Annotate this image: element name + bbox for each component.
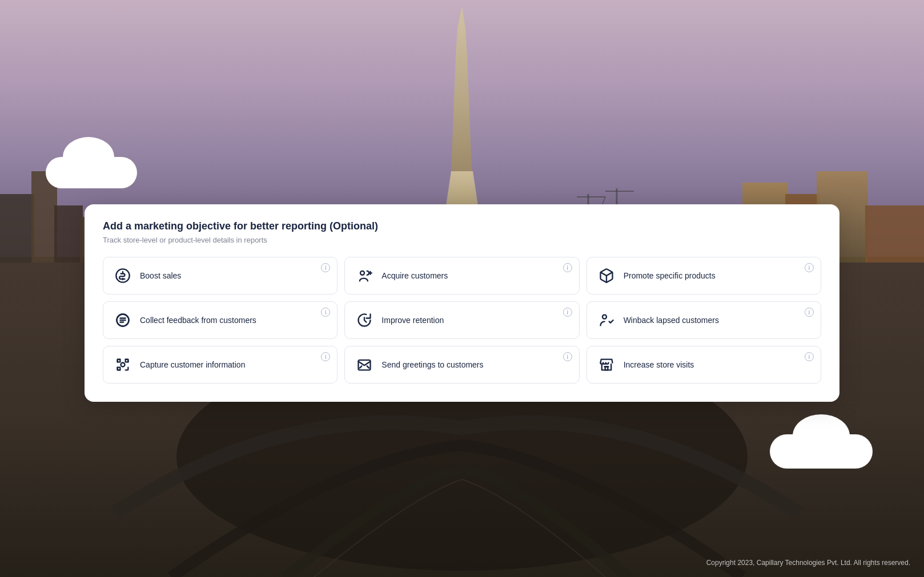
option-label-improve-retention: Improve retention [381,316,569,325]
option-improve-retention[interactable]: Improve retention i [344,301,579,339]
svg-rect-11 [54,205,83,263]
option-label-winback-customers: Winback lapsed customers [624,316,811,325]
info-icon-winback-customers[interactable]: i [805,308,814,317]
option-label-capture-info: Capture customer information [140,360,328,369]
info-icon-acquire-customers[interactable]: i [563,263,572,272]
person-return-icon [596,310,617,330]
users-plus-icon [354,265,375,286]
copyright-text: Copyright 2023, Capillary Technologies P… [706,559,910,567]
capture-icon [113,354,133,375]
greetings-icon [354,354,375,375]
dollar-sign-icon [113,265,133,286]
options-grid: Boost sales i Acquire customers i [103,257,821,384]
feedback-icon [113,310,133,330]
option-send-greetings[interactable]: Send greetings to customers i [344,346,579,384]
option-label-send-greetings: Send greetings to customers [381,360,569,369]
info-icon-improve-retention[interactable]: i [563,308,572,317]
retention-icon [354,310,375,330]
svg-rect-16 [865,205,924,263]
svg-line-42 [367,366,369,368]
svg-point-38 [602,315,606,319]
option-promote-products[interactable]: Promote specific products i [586,257,821,294]
info-icon-capture-info[interactable]: i [321,352,330,361]
option-label-collect-feedback: Collect feedback from customers [140,316,328,325]
svg-point-39 [121,363,125,367]
option-winback-customers[interactable]: Winback lapsed customers i [586,301,821,339]
option-capture-info[interactable]: Capture customer information i [103,346,338,384]
cloud-left [46,148,137,188]
cloud-right [770,426,873,469]
info-icon-increase-visits[interactable]: i [805,352,814,361]
option-acquire-customers[interactable]: Acquire customers i [344,257,579,294]
dialog-subtitle: Track store-level or product-level detai… [103,236,821,244]
marketing-objective-dialog: Add a marketing objective for better rep… [85,204,839,402]
info-icon-collect-feedback[interactable]: i [321,308,330,317]
svg-rect-9 [0,194,34,263]
option-label-boost-sales: Boost sales [140,271,328,280]
option-increase-visits[interactable]: Increase store visits i [586,346,821,384]
info-icon-boost-sales[interactable]: i [321,263,330,272]
info-icon-send-greetings[interactable]: i [563,352,572,361]
option-label-promote-products: Promote specific products [624,271,811,280]
dialog-title: Add a marketing objective for better rep… [103,220,821,232]
option-boost-sales[interactable]: Boost sales i [103,257,338,294]
option-label-acquire-customers: Acquire customers [381,271,569,280]
store-icon [596,354,617,375]
option-collect-feedback[interactable]: Collect feedback from customers i [103,301,338,339]
svg-point-32 [360,271,364,275]
svg-line-41 [360,366,362,368]
info-icon-promote-products[interactable]: i [805,263,814,272]
box-3d-icon [596,265,617,286]
option-label-increase-visits: Increase store visits [624,360,811,369]
